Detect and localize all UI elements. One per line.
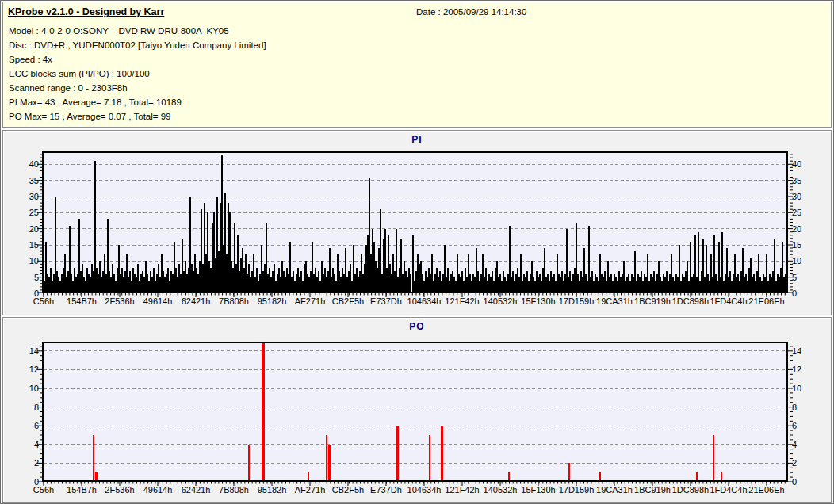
po-y-axis-label-right: 10 [792,383,814,394]
po-y-axis-label-right: 14 [792,346,814,357]
pi-y-axis-label-right: 25 [792,207,814,218]
po-y-axis-label-right: 0 [792,476,814,487]
pi-y-axis-label: 40 [17,158,39,170]
po-y-axis-label: 8 [17,402,39,413]
pi-y-axis-label: 20 [17,223,39,235]
info-line-po-stats: PO Max= 15 , Average= 0.07 , Total= 99 [9,112,170,121]
pi-y-axis-label: 5 [17,272,39,283]
po-y-axis-label: 14 [17,346,39,357]
pi-y-axis-label-right: 5 [792,272,814,283]
po-y-axis-label: 10 [17,383,39,394]
pi-chart-plot [42,151,788,293]
pi-y-axis-label: 15 [17,239,39,250]
po-chart-title: PO [3,321,831,332]
kprobe-window: KProbe v2.1.0 - Designed by Karr Date : … [0,0,834,504]
pi-y-axis-label: 10 [17,255,39,266]
pi-x-ticks [42,293,788,298]
pi-y-axis-label: 30 [17,191,39,202]
header-panel: KProbe v2.1.0 - Designed by Karr Date : … [2,2,832,128]
po-x-ticks [42,482,788,487]
pi-y-axis-label-right: 30 [792,191,814,202]
info-line-pi-stats: PI Max= 43 , Average= 7.18 , Total= 1018… [9,97,182,107]
po-y-axis-label: 12 [17,364,39,375]
info-line-disc: Disc : DVD+R , YUDEN000T02 [Taiyo Yuden … [9,40,266,50]
pi-y-ticks-right [788,151,793,293]
pi-y-axis-label-right: 15 [792,239,814,250]
po-y-axis-label: 6 [17,420,39,431]
po-y-axis-label-right: 4 [792,439,814,450]
po-y-axis-label-right: 2 [792,457,814,468]
pi-y-axis-label-right: 40 [792,158,814,170]
info-line-range: Scanned range : 0 - 2303F8h [9,83,128,93]
pi-y-axis-label: 35 [17,175,39,186]
info-line-ecc: ECC blocks sum (PI/PO) : 100/100 [9,69,150,78]
po-y-ticks-left [37,342,42,482]
pi-chart-panel: PI 00551010151520202525303035354040C56h1… [2,130,832,315]
po-chart-panel: PO 0022446688101012121414C56h154B7h2F536… [2,317,832,503]
app-title: KProbe v2.1.0 - Designed by Karr [8,6,164,17]
po-y-axis-label-right: 12 [792,364,814,375]
po-y-axis-label-right: 6 [792,420,814,431]
info-line-speed: Speed : 4x [9,55,52,64]
pi-y-axis-label: 25 [17,207,39,218]
pi-y-axis-label-right: 35 [792,175,814,186]
pi-chart-title: PI [3,134,831,145]
po-y-ticks-right [788,342,793,482]
po-y-axis-label: 4 [17,439,39,450]
pi-y-axis-label-right: 0 [792,288,814,299]
po-y-axis-label-right: 8 [792,402,814,413]
scan-date: Date : 2005/09/29 14:14:30 [416,7,526,17]
po-y-axis-label: 2 [17,457,39,468]
pi-y-axis-label-right: 20 [792,223,814,235]
info-line-model: Model : 4-0-2-0 O:SONY DVD RW DRU-800A K… [9,26,229,36]
po-chart-plot [42,342,788,482]
pi-y-ticks-left [37,151,42,293]
pi-y-axis-label-right: 10 [792,255,814,266]
